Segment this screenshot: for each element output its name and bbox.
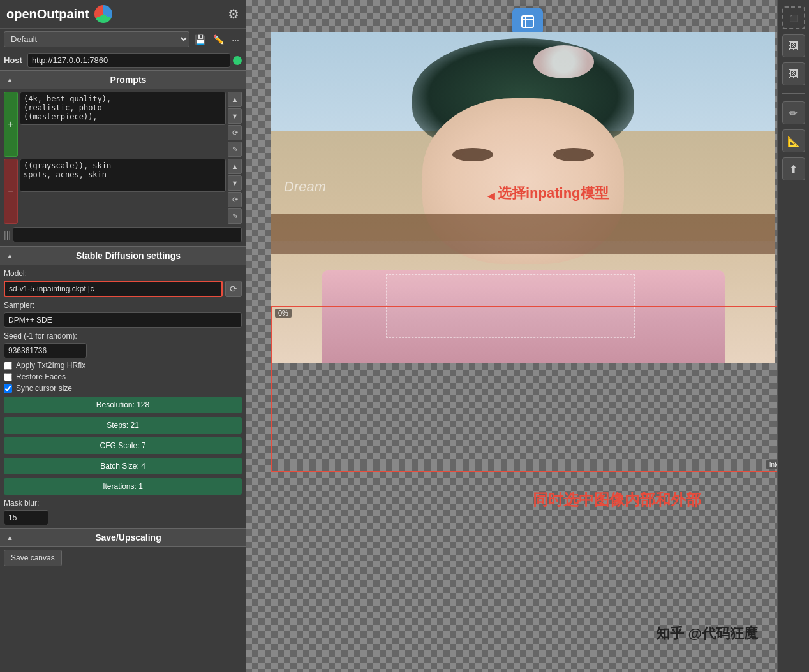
prompts-section-title: Prompts xyxy=(17,75,239,85)
sync-cursor-label: Sync cursor size xyxy=(16,384,72,393)
iterations-slider[interactable]: Iterations: 1 xyxy=(4,478,242,495)
model-input[interactable] xyxy=(4,281,223,297)
left-panel: openOutpaint ⚙ Default 💾 ✏️ ··· Host ▲ P… xyxy=(0,0,246,672)
empty-prompt-row: ||| xyxy=(4,226,242,244)
save-canvas-button[interactable]: Save canvas xyxy=(4,550,62,566)
hrfix-label: Apply Txt2Img HRfix xyxy=(16,361,85,370)
neg-prompt-history-button[interactable]: ⟳ xyxy=(228,192,242,207)
extra-prompt-input[interactable] xyxy=(13,227,242,242)
sync-cursor-checkbox-row: Sync cursor size xyxy=(4,384,242,393)
host-label: Host xyxy=(4,55,22,65)
mask-blur-input[interactable] xyxy=(4,510,48,525)
save-section-title: Save/Upscaling xyxy=(17,532,239,543)
toolbar-image-button[interactable]: 🖼 xyxy=(782,34,805,57)
save-section-area: Save canvas xyxy=(0,547,246,569)
prompts-chevron-icon: ▲ xyxy=(6,76,13,84)
prompts-section-header[interactable]: ▲ Prompts xyxy=(0,70,246,89)
toolbar-divider xyxy=(782,93,805,94)
toolbar-button-1[interactable]: ⬛ xyxy=(782,6,805,29)
prompt-up-button[interactable]: ▲ xyxy=(228,92,242,107)
toolbar-image2-button[interactable]: 🖼 xyxy=(782,62,805,85)
restore-faces-checkbox-row: Restore Faces xyxy=(4,372,242,381)
canvas-image-area: Dream 0% 0% Interrupt xyxy=(271,32,801,465)
prompt-edit-button[interactable]: ✎ xyxy=(228,142,242,157)
negative-prompt-controls: ▲ ▼ ⟳ ✎ xyxy=(228,159,242,224)
sd-section-title: Stable Diffusion settings xyxy=(17,251,239,261)
save-chevron-icon: ▲ xyxy=(6,534,13,541)
edit-profile-button[interactable]: ✏️ xyxy=(211,33,226,46)
hrfix-checkbox-row: Apply Txt2Img HRfix xyxy=(4,361,242,370)
sd-section-header[interactable]: ▲ Stable Diffusion settings xyxy=(0,246,246,265)
host-row: Host xyxy=(0,50,246,70)
prompts-area: + (4k, best quality), (realistic, photo-… xyxy=(0,89,246,246)
positive-prompt-row: + (4k, best quality), (realistic, photo-… xyxy=(4,92,242,157)
app-title: openOutpaint xyxy=(6,7,89,22)
select-annotation: 同时选中图像内部和外部 xyxy=(533,490,701,510)
positive-prompt-textarea[interactable]: (4k, best quality), (realistic, photo- (… xyxy=(20,92,226,125)
panel-header: openOutpaint ⚙ xyxy=(0,0,246,28)
sampler-label: Sampler: xyxy=(4,301,242,310)
sd-settings-area: Model: ⟳ Sampler: Seed (-1 for random): … xyxy=(0,265,246,528)
model-annotation: 选择inpating模型 xyxy=(498,184,609,203)
toolbar-pen-button[interactable]: ✏ xyxy=(782,101,805,124)
resolution-slider[interactable]: Resolution: 128 xyxy=(4,397,242,413)
model-annotation-arrow: ◄ xyxy=(485,189,498,203)
canvas-checkerboard-bottom xyxy=(271,363,775,465)
more-profile-button[interactable]: ··· xyxy=(229,33,242,46)
connection-status-indicator xyxy=(233,56,242,65)
seed-label: Seed (-1 for random): xyxy=(4,332,242,340)
dream-watermark: Dream xyxy=(284,179,326,195)
mask-blur-label: Mask blur: xyxy=(4,499,242,508)
settings-icon[interactable]: ⚙ xyxy=(228,6,239,22)
right-toolbar: ⬛ 🖼 🖼 ✏ 📐 ⬆ xyxy=(777,0,809,672)
prompt-down-button[interactable]: ▼ xyxy=(228,108,242,124)
save-section-header[interactable]: ▲ Save/Upscaling xyxy=(0,528,246,547)
sync-cursor-checkbox[interactable] xyxy=(4,384,12,393)
inner-selection-rect xyxy=(386,274,635,338)
profile-dropdown[interactable]: Default xyxy=(4,31,189,47)
toolbar-upload-button[interactable]: ⬆ xyxy=(782,157,805,180)
restore-faces-checkbox[interactable] xyxy=(4,373,12,381)
model-row: ⟳ xyxy=(4,281,242,297)
cfg-slider[interactable]: CFG Scale: 7 xyxy=(4,437,242,454)
negative-prompt-textarea[interactable]: ((grayscale)), skin spots, acnes, skin xyxy=(20,159,226,192)
prompt-history-button[interactable]: ⟳ xyxy=(228,125,242,140)
neg-prompt-up-button[interactable]: ▲ xyxy=(228,159,242,174)
toolbar-select-button[interactable]: 📐 xyxy=(782,129,805,152)
library-icon: ||| xyxy=(4,230,11,240)
steps-slider[interactable]: Steps: 21 xyxy=(4,417,242,434)
neg-prompt-edit-button[interactable]: ✎ xyxy=(228,208,242,224)
sampler-input[interactable] xyxy=(4,312,242,328)
hrfix-checkbox[interactable] xyxy=(4,362,12,370)
svg-rect-0 xyxy=(522,16,533,27)
profile-row: Default 💾 ✏️ ··· xyxy=(0,28,246,50)
host-input[interactable] xyxy=(27,53,230,68)
refresh-model-button[interactable]: ⟳ xyxy=(225,281,242,297)
neg-prompt-down-button[interactable]: ▼ xyxy=(228,175,242,191)
save-profile-button[interactable]: 💾 xyxy=(192,33,208,46)
main-canvas-area: Dream 0% 0% Interrupt 选择inpating模型 ◄ 同时选… xyxy=(246,0,809,672)
restore-faces-label: Restore Faces xyxy=(16,372,66,381)
batch-slider[interactable]: Batch Size: 4 xyxy=(4,458,242,474)
negative-prompt-row: − ((grayscale)), skin spots, acnes, skin… xyxy=(4,159,242,224)
watermark: 知乎 @代码狂魔 xyxy=(656,624,758,643)
sd-chevron-icon: ▲ xyxy=(6,252,13,259)
add-positive-prompt-button[interactable]: + xyxy=(4,92,18,157)
globe-icon xyxy=(94,5,112,23)
positive-prompt-controls: ▲ ▼ ⟳ ✎ xyxy=(228,92,242,157)
remove-negative-prompt-button[interactable]: − xyxy=(4,159,18,224)
model-label: Model: xyxy=(4,269,242,278)
seed-input[interactable] xyxy=(4,343,87,358)
